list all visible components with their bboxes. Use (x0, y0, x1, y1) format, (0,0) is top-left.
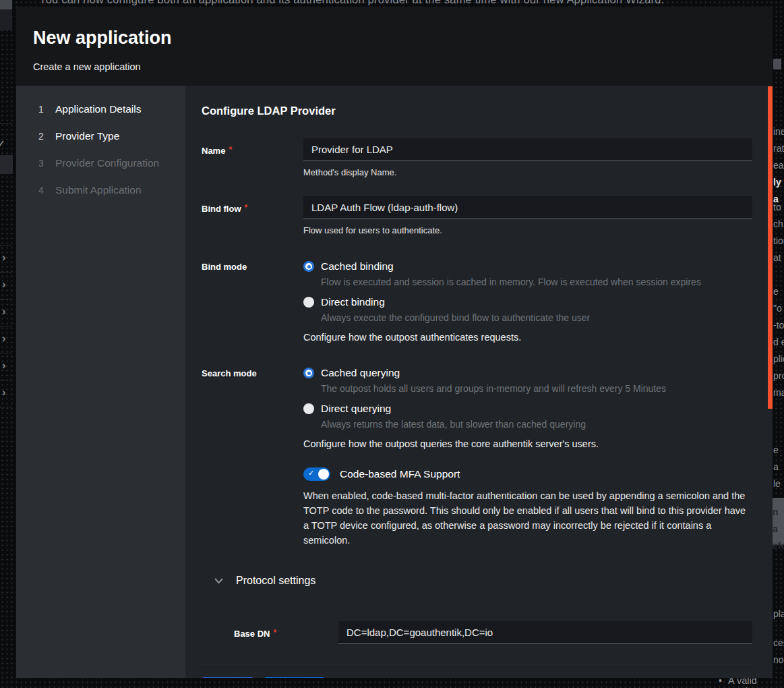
wizard-banner-text: You can now configure both an applicatio… (39, 0, 664, 6)
divider (0, 245, 11, 246)
required-asterisk: * (229, 145, 232, 154)
search-mode-note: Configure how the outpost queries the co… (303, 438, 752, 449)
radio-unselected-icon[interactable] (303, 403, 314, 414)
name-field-label: Name* (202, 138, 303, 177)
step-label: Provider Configuration (55, 157, 159, 169)
step-label: Submit Application (55, 184, 142, 196)
new-application-wizard-modal: New application Create a new application… (16, 7, 773, 678)
chevron-right-icons: › › › › › › (2, 244, 6, 406)
modal-subtitle: Create a new application (33, 61, 756, 72)
modal-body: 1 Application Details 2 Provider Type 3 … (16, 86, 773, 678)
radio-option-description: The outpost holds all users and groups i… (321, 383, 752, 394)
wizard-step-submit-application: 4 Submit Application (16, 177, 185, 204)
bind-mode-note: Configure how the outpost authenticates … (303, 332, 752, 343)
mfa-help-text: When enabled, code-based multi-factor au… (303, 488, 752, 548)
name-input[interactable] (303, 138, 752, 161)
radio-unselected-icon[interactable] (303, 297, 314, 308)
check-icon: ✓ (0, 138, 5, 150)
name-help-text: Method's display Name. (303, 167, 752, 177)
required-asterisk: * (273, 628, 276, 637)
bind-flow-field-label: Bind flow* (202, 196, 303, 235)
form-title: Configure LDAP Provider (202, 105, 752, 117)
divider (0, 326, 11, 326)
clipped-doc-text: no (773, 652, 784, 668)
wizard-footer: Back Submit Cancel (202, 664, 752, 678)
clipped-doc-text: to ch tion at (773, 199, 784, 266)
wizard-step-provider-type[interactable]: 2 Provider Type (16, 123, 185, 150)
divider (0, 272, 11, 273)
base-dn-input[interactable] (338, 621, 752, 644)
label-text: Base DN (234, 629, 270, 639)
radio-selected-icon[interactable] (303, 368, 314, 378)
divider (0, 380, 11, 380)
mfa-toggle-label[interactable]: Code-based MFA Support (340, 468, 460, 480)
divider (0, 299, 11, 299)
radio-option-description: Always returns the latest data, but slow… (321, 419, 752, 430)
step-number: 3 (38, 158, 55, 169)
background-ui-fragment (0, 0, 12, 9)
wizard-steps-nav: 1 Application Details 2 Provider Type 3 … (16, 86, 185, 678)
clipped-doc-text: ine rat ea (773, 123, 784, 174)
back-button[interactable]: Back (202, 677, 253, 678)
radio-label: Cached binding (321, 260, 394, 273)
wizard-step-application-details[interactable]: 1 Application Details (16, 96, 185, 123)
expander-label: Protocol settings (236, 575, 315, 587)
label-text: Search mode (202, 368, 257, 378)
divider (0, 353, 11, 353)
wizard-step-provider-configuration: 3 Provider Configuration (16, 150, 185, 177)
search-mode-option-direct[interactable]: Direct querying (303, 403, 752, 415)
radio-label: Direct binding (321, 296, 385, 308)
submit-button[interactable]: Submit (264, 677, 324, 678)
bind-flow-help-text: Flow used for users to authenticate. (303, 225, 752, 235)
background-ui-fragment (0, 9, 12, 30)
divider (0, 407, 11, 407)
label-text: Name (202, 146, 225, 156)
background-nav-item (0, 155, 13, 174)
label-text: Bind flow (202, 204, 241, 214)
clipped-doc-text: e "o -to d e plic pro ma (773, 283, 784, 401)
wizard-step-content: Configure LDAP Provider Name* Method's d… (185, 86, 773, 678)
radio-label: Cached querying (321, 367, 400, 379)
bind-mode-field-label: Bind mode (202, 260, 303, 343)
cancel-button[interactable]: Cancel (366, 677, 426, 678)
chevron-down-icon (214, 578, 223, 584)
step-number: 2 (38, 131, 55, 142)
modal-title: New application (33, 28, 756, 49)
background-ui-fragment (773, 59, 781, 69)
search-mode-option-cached[interactable]: Cached querying (303, 367, 752, 379)
modal-header: New application Create a new application (16, 7, 773, 86)
step-number: 1 (38, 104, 55, 115)
divider (0, 123, 11, 124)
content-scrollbar-thumb[interactable] (768, 86, 773, 409)
bind-mode-option-cached[interactable]: Cached binding (303, 260, 752, 273)
clipped-doc-text: ces (773, 635, 784, 652)
search-mode-field-label: Search mode (202, 367, 303, 449)
radio-selected-icon[interactable] (303, 261, 314, 272)
radio-option-description: Flow is executed and session is cached i… (321, 277, 752, 287)
mfa-label-spacer (202, 467, 303, 548)
bind-flow-select[interactable] (303, 196, 752, 219)
radio-label: Direct querying (321, 403, 391, 415)
protocol-settings-expander[interactable]: Protocol settings (214, 575, 752, 587)
step-number: 4 (38, 185, 55, 196)
bind-mode-option-direct[interactable]: Direct binding (303, 296, 752, 308)
clipped-doc-text: pla (773, 606, 784, 623)
base-dn-field-label: Base DN* (202, 621, 338, 644)
label-text: Bind mode (202, 262, 247, 272)
check-icon: ✓ (308, 469, 314, 478)
toggle-knob (318, 469, 329, 480)
step-label: Application Details (55, 103, 142, 115)
mfa-toggle[interactable]: ✓ (303, 467, 330, 481)
required-asterisk: * (245, 203, 248, 212)
radio-option-description: Always execute the configured bind flow … (321, 312, 752, 323)
step-label: Provider Type (55, 130, 119, 142)
